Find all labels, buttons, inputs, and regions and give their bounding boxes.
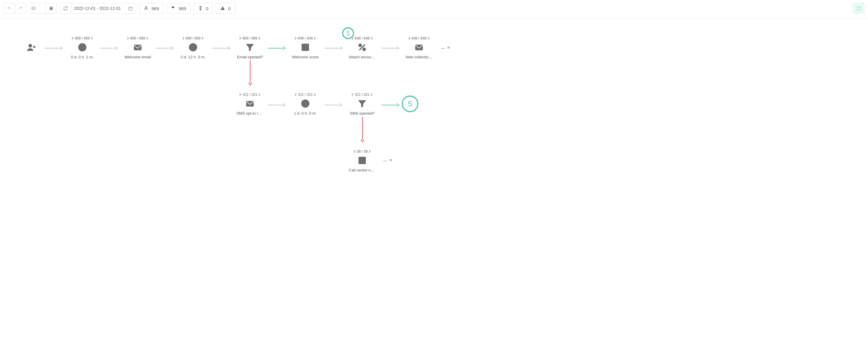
stat-value: 969 [151,6,159,11]
svg-rect-5 [223,9,223,9]
date-range-group [60,3,136,14]
date-range-input[interactable] [71,3,125,14]
node-sms-optin[interactable]: 321 / 321 SMS opt-in reminder [237,93,264,116]
svg-rect-1 [50,8,52,10]
node-label: SMS opened? [350,111,374,116]
connector [213,46,230,51]
stat-value: 969 [179,6,186,11]
svg-rect-4 [223,7,223,8]
envelope-icon [133,42,143,52]
node-label: Welcome email [125,55,151,59]
end-flag [383,158,394,164]
archive-button[interactable] [45,3,57,14]
undo-button[interactable] [4,3,15,14]
stat-errors[interactable]: 0 [216,3,235,14]
connector [382,46,400,51]
node-label: 0 d. 0 h. 1 m. [71,55,94,59]
connector [100,46,118,51]
user-plus-icon [27,42,36,52]
envelope-icon [414,42,424,52]
calendar-button[interactable] [125,3,136,14]
hourglass-icon [198,6,203,11]
node-new-collection[interactable]: 648 / 648 New collection email [406,36,433,59]
node-delay-3[interactable]: 321 / 321 1 d. 0 h. 0 m. [292,93,319,116]
node-welcome-email[interactable]: 969 / 969 Welcome email [124,36,151,59]
priority-badge-big: 5 [402,95,418,112]
stat-value: 0 [228,6,230,11]
warning-icon [220,6,225,11]
edit-icon [301,42,310,52]
svg-rect-0 [50,7,53,8]
id-input[interactable] [29,3,46,14]
clock-icon [301,98,310,109]
connector [268,103,286,108]
priority-badge: 5 [342,27,354,39]
user-icon [144,6,149,11]
stat-participants[interactable]: 969 [139,3,163,14]
connector [325,103,343,108]
toolbar: 969 969 0 0 [0,0,868,18]
svg-point-12 [363,48,366,51]
end-flag [441,46,452,51]
flag-icon [171,6,176,11]
node-label: Call centre notification [349,168,376,172]
connector-yes [268,46,286,51]
clock-icon [188,42,198,52]
node-label: Email opened? [237,55,263,59]
node-delay-1[interactable]: 969 / 969 0 d. 0 h. 1 m. [69,36,96,59]
fullscreen-button[interactable] [853,3,864,14]
stat-completed[interactable]: 969 [166,3,191,14]
redo-button[interactable] [15,3,26,14]
node-call-centre[interactable]: 38 / 38 Call centre notification [349,149,376,172]
clock-icon [78,42,87,52]
percent-icon [358,42,367,52]
connector [45,46,63,51]
svg-rect-8 [134,45,141,50]
connector [156,46,174,51]
stat-waiting[interactable]: 0 [194,3,213,14]
svg-point-6 [29,44,32,47]
stat-value: 0 [206,6,208,11]
node-email-opened[interactable]: 969 / 969 Email opened? [237,36,264,59]
refresh-button[interactable] [60,3,71,14]
svg-rect-13 [415,45,423,50]
connector [325,46,343,51]
node-delay-2[interactable]: 969 / 969 0 d. 12 h. 0 m. [180,36,207,59]
connector-no [248,60,252,87]
svg-rect-2 [129,7,132,10]
node-label: Attach encouragement coupon [349,55,376,59]
node-sms-opened[interactable]: 321 / 321 SMS opened? [349,93,376,116]
node-label: SMS opt-in reminder [237,111,264,116]
node-label: 0 d. 12 h. 0 m. [181,55,205,59]
envelope-icon [245,98,255,109]
connector-no [361,117,364,144]
node-coupon[interactable]: 648 / 648 Attach encouragement coupon [349,36,376,59]
workflow-canvas[interactable]: . 969 / 969 0 d. 0 h. 1 m. 969 / 969 Wel… [0,18,868,186]
node-welcome-score[interactable]: 648 / 648 Welcome score [292,36,319,59]
start-node[interactable]: . [18,36,45,59]
node-label: 1 d. 0 h. 0 m. [294,111,317,116]
external-link-icon [358,155,367,165]
connector-yes [382,103,400,108]
svg-point-11 [359,44,361,46]
funnel-icon [358,98,367,109]
svg-rect-14 [246,101,253,106]
node-label: Welcome score [292,55,318,59]
node-label: New collection email [406,55,433,59]
funnel-icon [245,42,255,52]
svg-point-3 [145,6,147,8]
